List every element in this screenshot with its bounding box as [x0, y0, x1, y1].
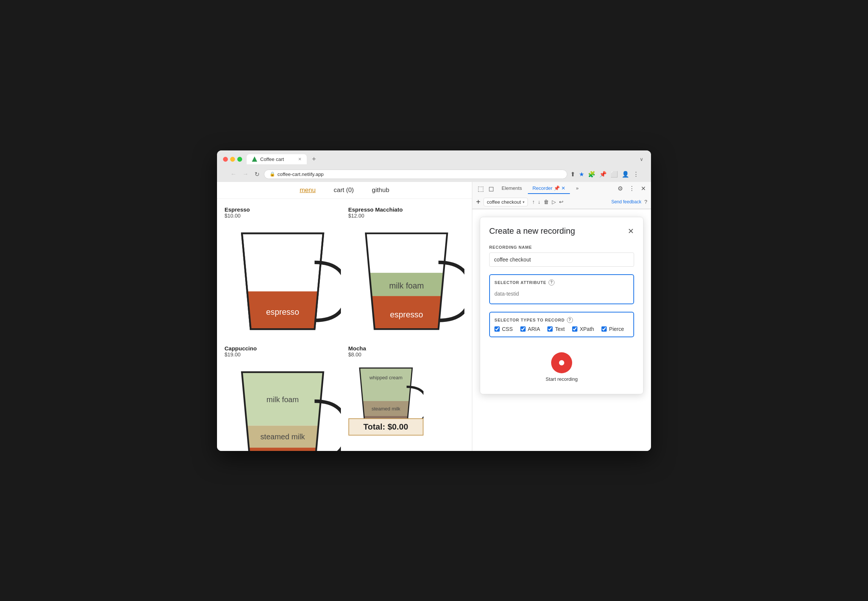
pin-icon[interactable]: 📌 — [599, 171, 607, 178]
modal-close-button[interactable]: ✕ — [628, 227, 634, 236]
checkbox-css-input[interactable] — [494, 326, 500, 332]
devtools-close-button[interactable]: ✕ — [639, 184, 647, 193]
svg-rect-6 — [242, 448, 323, 451]
nav-github[interactable]: github — [372, 186, 389, 194]
checkbox-aria[interactable]: ARIA — [520, 326, 540, 332]
start-recording-section: Start recording — [489, 346, 634, 385]
checkbox-xpath[interactable]: XPath — [572, 326, 594, 332]
traffic-lights — [223, 157, 242, 162]
devtools-more-button[interactable]: ⋮ — [627, 184, 636, 193]
checkbox-text[interactable]: Text — [547, 326, 565, 332]
product-price-mocha: $8.00 — [348, 351, 465, 357]
checkbox-xpath-input[interactable] — [572, 326, 578, 332]
device-toolbar-button[interactable]: ◻ — [487, 184, 495, 194]
nav-cart[interactable]: cart (0) — [334, 186, 354, 194]
tab-favicon — [252, 156, 257, 162]
title-bar: Coffee cart ✕ + ∨ ← → ↻ 🔒 coffee-cart.ne… — [217, 150, 651, 182]
total-overlay: Total: $0.00 — [348, 418, 423, 436]
svg-text:espresso: espresso — [390, 310, 423, 319]
cup-svg-macchiato: espresso milk foam — [348, 222, 465, 338]
minimize-traffic-light[interactable] — [230, 157, 235, 162]
start-recording-button[interactable] — [551, 352, 572, 373]
checkbox-aria-input[interactable] — [520, 326, 526, 332]
extensions-icon[interactable]: 🧩 — [588, 171, 596, 178]
record-inner-circle — [558, 359, 565, 366]
selector-attribute-label: SELECTOR ATTRIBUTE ? — [494, 279, 629, 285]
recording-name-input[interactable] — [489, 252, 634, 267]
product-espresso[interactable]: Espresso $10.00 espresso — [225, 206, 341, 338]
refresh-button[interactable]: ↻ — [253, 170, 261, 178]
download-button[interactable]: ↓ — [538, 199, 541, 205]
devtools-icons-right: ⚙ ⋮ ✕ — [616, 184, 647, 193]
new-tab-button[interactable]: + — [310, 155, 318, 163]
browser-content: menu cart (0) github Espresso $10.00 — [217, 182, 651, 451]
recording-name-group: RECORDING NAME — [489, 245, 634, 267]
svg-rect-16 — [360, 368, 412, 401]
checkbox-css[interactable]: CSS — [494, 326, 513, 332]
selector-types-help[interactable]: ? — [567, 317, 573, 323]
checkbox-pierce[interactable]: Pierce — [601, 326, 624, 332]
upload-button[interactable]: ↑ — [532, 199, 535, 205]
recording-name-label: RECORDING NAME — [489, 245, 634, 250]
tab-more[interactable]: » — [572, 183, 583, 194]
tab-elements[interactable]: Elements — [497, 183, 526, 194]
svg-text:steamed milk: steamed milk — [371, 406, 400, 412]
website-pane: menu cart (0) github Espresso $10.00 — [217, 182, 472, 451]
svg-text:espresso: espresso — [266, 307, 299, 316]
product-espresso-macchiato[interactable]: Espresso Macchiato $12.00 espresso milk … — [348, 206, 465, 338]
play-button[interactable]: ▷ — [552, 199, 556, 205]
svg-text:whipped cream: whipped cream — [369, 375, 402, 380]
share-icon[interactable]: ⬆ — [570, 171, 575, 178]
selector-attribute-input[interactable] — [494, 288, 629, 299]
tab-title: Coffee cart — [260, 156, 284, 162]
recorder-action-icons: ↑ ↓ 🗑 ▷ ↩ — [532, 199, 564, 205]
toolbar-icons: ⬆ ★ 🧩 📌 ⬜ 👤 ⋮ — [570, 171, 639, 178]
tabs-bar: Coffee cart ✕ + ∨ — [247, 154, 645, 164]
selector-attribute-help[interactable]: ? — [549, 279, 555, 285]
products-grid: Espresso $10.00 espresso — [217, 199, 472, 451]
devtools-main: Create a new recording ✕ RECORDING NAME … — [472, 209, 651, 451]
expand-button[interactable]: ∨ — [640, 156, 643, 162]
browser-tab[interactable]: Coffee cart ✕ — [247, 154, 307, 164]
svg-text:milk foam: milk foam — [389, 281, 424, 290]
forward-button[interactable]: → — [241, 170, 250, 178]
checkbox-pierce-input[interactable] — [601, 326, 607, 332]
product-name-cappuccino: Cappuccino — [225, 345, 341, 351]
product-cappuccino[interactable]: Cappuccino $19.00 espresso steamed milk — [225, 345, 341, 451]
devtools-panel: ⬚ ◻ Elements Recorder 📌 ✕ » ⚙ ⋮ ✕ + coff… — [472, 182, 651, 451]
step-button[interactable]: ↩ — [559, 199, 564, 205]
delete-button[interactable]: 🗑 — [544, 199, 549, 205]
product-name-espresso: Espresso — [225, 206, 341, 213]
recording-chip-text: coffee checkout — [487, 199, 521, 205]
product-mocha[interactable]: Mocha $8.00 chocolate syrup ste — [348, 345, 465, 451]
product-price-espresso: $10.00 — [225, 213, 341, 219]
cup-svg-cappuccino: espresso steamed milk milk foam — [225, 360, 341, 451]
svg-text:steamed milk: steamed milk — [261, 433, 305, 441]
devtools-settings-button[interactable]: ⚙ — [616, 184, 624, 193]
product-price-macchiato: $12.00 — [348, 213, 465, 219]
tab-strip-icon[interactable]: ⬜ — [610, 171, 618, 178]
devtools-toolbar: ⬚ ◻ Elements Recorder 📌 ✕ » ⚙ ⋮ ✕ + coff… — [472, 182, 651, 209]
close-traffic-light[interactable] — [223, 157, 228, 162]
tab-recorder[interactable]: Recorder 📌 ✕ — [528, 183, 570, 194]
checkbox-text-input[interactable] — [547, 326, 553, 332]
new-recording-modal: Create a new recording ✕ RECORDING NAME … — [480, 217, 643, 394]
bookmark-icon[interactable]: ★ — [579, 171, 584, 178]
selector-types-section: SELECTOR TYPES TO RECORD ? CSS ARIA — [489, 312, 634, 337]
inspect-element-button[interactable]: ⬚ — [476, 184, 486, 194]
recording-name-chip[interactable]: coffee checkout ▾ — [484, 198, 528, 206]
profile-icon[interactable]: 👤 — [622, 171, 629, 178]
back-button[interactable]: ← — [229, 170, 238, 178]
product-price-cappuccino: $19.00 — [225, 351, 341, 357]
checkboxes-row: CSS ARIA Text XPath — [494, 326, 629, 332]
address-bar: ← → ↻ 🔒 coffee-cart.netlify.app ⬆ ★ 🧩 📌 … — [223, 167, 645, 182]
nav-menu[interactable]: menu — [300, 186, 316, 194]
more-icon[interactable]: ⋮ — [633, 171, 639, 178]
maximize-traffic-light[interactable] — [237, 157, 242, 162]
help-button[interactable]: ? — [644, 199, 647, 205]
tab-close-button[interactable]: ✕ — [298, 157, 301, 162]
add-recording-button[interactable]: + — [476, 198, 481, 206]
send-feedback-link[interactable]: Send feedback — [611, 199, 641, 204]
lock-icon: 🔒 — [270, 171, 275, 177]
address-input[interactable]: 🔒 coffee-cart.netlify.app — [264, 169, 567, 179]
